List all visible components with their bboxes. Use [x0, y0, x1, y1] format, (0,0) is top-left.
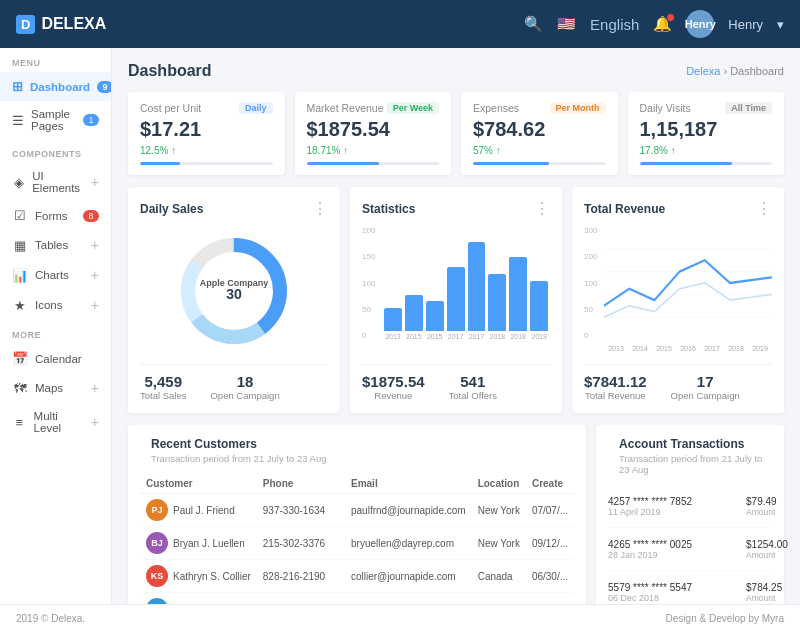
txn-date: 06 Dec 2018	[608, 593, 738, 603]
sidebar-item-dashboard[interactable]: ⊞ Dashboard 9	[0, 72, 111, 101]
charts-icon: 📊	[12, 268, 28, 283]
txn-date: 11 April 2019	[608, 507, 738, 517]
recent-customers-title: Recent Customers	[151, 437, 327, 451]
user-dropdown-icon[interactable]: ▾	[777, 17, 784, 32]
sidebar-item-tables[interactable]: ▦ Tables +	[0, 230, 111, 260]
customer-phone: 828-216-2190	[257, 560, 345, 593]
stat-badge: All Time	[725, 102, 772, 114]
sidebar-item-multi-level[interactable]: ≡ Multi Level +	[0, 403, 111, 441]
customer-name: Kathryn S. Collier	[173, 571, 251, 582]
calendar-icon: 📅	[12, 351, 28, 366]
sidebar-section-menu: MENU	[0, 48, 111, 72]
account-transactions-card: Account Transactions Transaction period …	[596, 425, 784, 604]
campaign-stat: 17 Open Campaign	[671, 373, 740, 401]
revenue-footer: $7841.12 Total Revenue 17 Open Campaign	[584, 364, 772, 401]
customer-avatar: BJ	[146, 532, 168, 554]
chart-menu-icon[interactable]: ⋮	[756, 199, 772, 218]
bar-label: 2018	[490, 333, 506, 340]
sidebar-badge-sample: 1	[83, 114, 99, 126]
bar-chart-wrap: 200150100500 2013 2015 201	[362, 226, 550, 356]
sample-pages-icon: ☰	[12, 113, 24, 128]
total-sales-label: Total Sales	[140, 390, 186, 401]
bar	[447, 267, 465, 331]
total-revenue-card: Total Revenue ⋮ 300200100500	[572, 187, 784, 413]
stat-change: 12.5% ↑	[140, 145, 176, 156]
sidebar-item-ui-elements[interactable]: ◈ UI Elements +	[0, 163, 111, 201]
stat-change: 17.8% ↑	[640, 145, 676, 156]
line-chart-wrap: 300200100500 20132014201520	[584, 226, 772, 356]
app-logo[interactable]: D DELEXA	[16, 15, 106, 34]
sidebar-item-label: Forms	[35, 210, 68, 222]
bar-label: 2013	[385, 333, 401, 340]
total-revenue-label: Total Revenue	[584, 390, 647, 401]
bar	[530, 281, 548, 331]
search-icon[interactable]: 🔍	[524, 15, 543, 33]
sidebar-item-charts[interactable]: 📊 Charts +	[0, 260, 111, 290]
customer-create: 09/08/...	[526, 593, 574, 605]
transaction-item: 4265 **** **** 0025 28 Jan 2019 $1254.00…	[608, 528, 772, 571]
chart-menu-icon[interactable]: ⋮	[534, 199, 550, 218]
total-revenue-value: $7841.12	[584, 373, 647, 390]
col-phone: Phone	[257, 474, 345, 494]
customer-create: 06/30/...	[526, 560, 574, 593]
stat-card-revenue: Market Revenue Per Week $1875.54 18.71% …	[295, 92, 452, 175]
expand-icon: +	[91, 297, 99, 313]
txn-date: 28 Jan 2019	[608, 550, 738, 560]
sidebar-badge-dashboard: 9	[97, 81, 112, 93]
txn-amount-label: Amount	[746, 550, 800, 560]
statistics-card: Statistics ⋮ 200150100500 2013	[350, 187, 562, 413]
sidebar-item-forms[interactable]: ☑ Forms 8	[0, 201, 111, 230]
customer-create: 09/12/...	[526, 527, 574, 560]
language-label[interactable]: English	[590, 16, 639, 33]
icons-icon: ★	[12, 298, 28, 313]
txn-amount-label: Amount	[746, 593, 800, 603]
breadcrumb-home[interactable]: Delexa	[686, 65, 720, 77]
avatar[interactable]: Henry	[686, 10, 714, 38]
page-footer: 2019 © Delexa. Design & Develop by Myra	[0, 604, 800, 632]
campaign-label: Open Campaign	[671, 390, 740, 401]
sidebar-item-calendar[interactable]: 📅 Calendar	[0, 344, 111, 373]
txn-amount: $79.49	[746, 496, 800, 507]
forms-icon: ☑	[12, 208, 28, 223]
chart-title: Statistics	[362, 202, 415, 216]
total-offers-stat: 541 Total Offers	[449, 373, 497, 401]
customer-location: New York	[472, 494, 526, 527]
bottom-row: Recent Customers Transaction period from…	[128, 425, 784, 604]
bar	[509, 257, 527, 331]
daily-sales-card: Daily Sales ⋮ Apple Company	[128, 187, 340, 413]
bars-container: 2013 2015 2015 2017	[382, 226, 550, 340]
account-transactions-title: Account Transactions	[619, 437, 772, 451]
recent-customers-subtitle: Transaction period from 21 July to 23 Au…	[151, 453, 327, 464]
statistics-footer: $1875.54 Revenue 541 Total Offers	[362, 364, 550, 401]
chart-menu-icon[interactable]: ⋮	[312, 199, 328, 218]
language-flag-icon[interactable]: 🇺🇸	[557, 15, 576, 33]
topnav: D DELEXA 🔍 🇺🇸 English 🔔 Henry Henry ▾	[0, 0, 800, 48]
total-revenue-stat: $7841.12 Total Revenue	[584, 373, 647, 401]
account-transactions-subtitle: Transaction period from 21 July to 23 Au…	[619, 453, 772, 475]
customer-email: paulfrnd@journapide.com	[345, 494, 472, 527]
breadcrumb-current: Dashboard	[730, 65, 784, 77]
table-row: PJ Paul J. Friend 937-330-1634 paulfrnd@…	[140, 494, 574, 527]
customer-name-cell: KS Kathryn S. Collier	[140, 560, 257, 593]
chart-row: Daily Sales ⋮ Apple Company	[128, 187, 784, 413]
sidebar-item-icons[interactable]: ★ Icons +	[0, 290, 111, 320]
bar-group: 2019	[530, 226, 548, 340]
stat-card-expenses: Expenses Per Month $784.62 57% ↑	[461, 92, 618, 175]
customer-name-cell: BJ Bryan J. Luellen	[140, 527, 257, 560]
sidebar-item-label: Icons	[35, 299, 63, 311]
stat-value: $1875.54	[307, 118, 440, 141]
bar	[384, 308, 402, 331]
customer-name-cell: PJ Paul J. Friend	[140, 494, 257, 527]
col-email: Email	[345, 474, 472, 494]
chart-title: Daily Sales	[140, 202, 203, 216]
transaction-item: 5579 **** **** 5547 06 Dec 2018 $784.25 …	[608, 571, 772, 604]
sidebar-item-maps[interactable]: 🗺 Maps +	[0, 373, 111, 403]
stat-value: 1,15,187	[640, 118, 773, 141]
bar-label: 2015	[406, 333, 422, 340]
total-offers-label: Total Offers	[449, 390, 497, 401]
notifications-icon[interactable]: 🔔	[653, 15, 672, 33]
sidebar-item-sample-pages[interactable]: ☰ Sample Pages 1	[0, 101, 111, 139]
stat-card-visits: Daily Visits All Time 1,15,187 17.8% ↑	[628, 92, 785, 175]
txn-amount: $1254.00	[746, 539, 800, 550]
expand-icon: +	[91, 267, 99, 283]
